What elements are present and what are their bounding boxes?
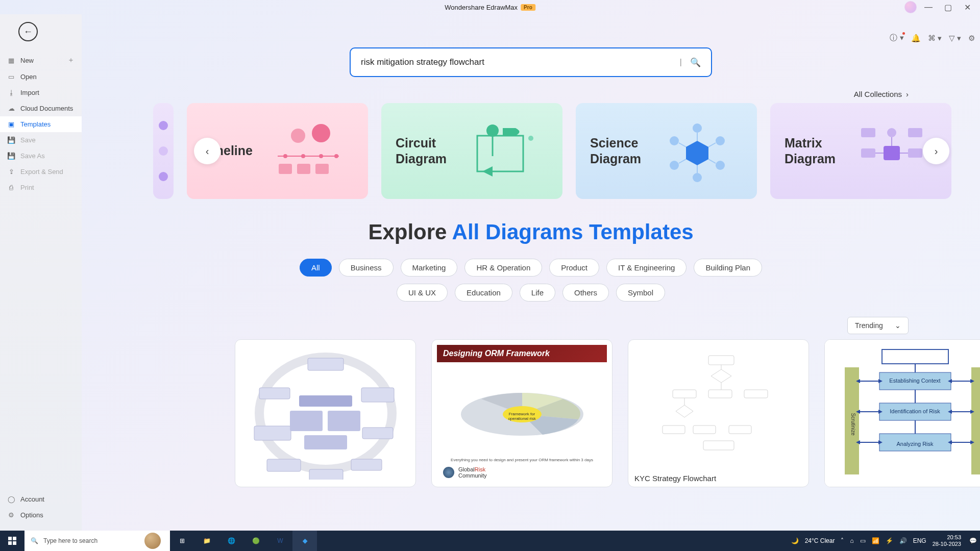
template-card-3[interactable]: KYC Strategy Flowchart — [628, 339, 809, 487]
weather-text[interactable]: 24°C Clear — [805, 537, 835, 544]
battery-icon[interactable]: ⚡ — [886, 537, 893, 544]
template-card-4[interactable]: Establishing Context Identification of R… — [824, 339, 980, 487]
cortana-avatar — [144, 533, 161, 549]
taskbar-search[interactable]: 🔍 Type here to search — [24, 531, 170, 551]
edge-icon[interactable]: 🌐 — [219, 531, 243, 551]
sidebar: ← ▦New＋ ▭Open ⭳Import ☁Cloud Documents ▣… — [0, 14, 82, 531]
templates-icon: ▣ — [7, 120, 15, 128]
chip-all[interactable]: All — [300, 259, 332, 277]
rm-step3: Analyzing Risk — [882, 441, 948, 447]
chip-uiux[interactable]: UI & UX — [397, 284, 448, 302]
all-collections-label: All Collections — [854, 90, 902, 98]
svg-line-27 — [679, 143, 686, 147]
sidebar-saveas: 💾Save As — [0, 148, 82, 164]
card-title: Matrix Diagram — [785, 135, 836, 167]
text-cursor: | — [680, 57, 682, 67]
card-partial-left[interactable] — [153, 103, 174, 199]
chip-product[interactable]: Product — [549, 259, 599, 277]
chrome-icon[interactable]: 🟢 — [243, 531, 268, 551]
sidebar-templates[interactable]: ▣Templates — [0, 116, 82, 132]
help-icon[interactable]: ⓘ ▾ — [890, 33, 903, 43]
svg-rect-94 — [8, 541, 12, 545]
chip-marketing[interactable]: Marketing — [401, 259, 458, 277]
chip-life[interactable]: Life — [520, 284, 555, 302]
sidebar-save: 💾Save — [0, 132, 82, 148]
chip-business[interactable]: Business — [339, 259, 394, 277]
tray-chevron-icon[interactable]: ˄ — [841, 537, 844, 544]
sidebar-open[interactable]: ▭Open — [0, 69, 82, 85]
lang-indicator[interactable]: ENG — [913, 537, 926, 544]
chevron-right-icon: › — [906, 90, 909, 98]
minimize-button[interactable]: — — [921, 2, 936, 12]
filter-chips-row1: All Business Marketing HR & Operation Pr… — [82, 259, 980, 277]
svg-point-14 — [528, 136, 533, 141]
svg-rect-45 — [309, 469, 343, 480]
template-card-2[interactable]: Designing ORM Framework Framew — [431, 339, 612, 487]
category-carousel: ‹ Timeline Circuit Diagram — [82, 103, 980, 199]
wifi-icon[interactable]: 📶 — [872, 537, 879, 544]
chip-it[interactable]: IT & Engineering — [606, 259, 687, 277]
svg-marker-57 — [676, 405, 693, 417]
bell-icon[interactable]: 🔔 — [911, 34, 921, 43]
science-art — [651, 118, 743, 184]
chip-symbol[interactable]: Symbol — [616, 284, 665, 302]
close-button[interactable]: ✕ — [960, 2, 975, 12]
filter-icon[interactable]: ▽ ▾ — [949, 34, 961, 43]
sidebar-account[interactable]: ◯Account — [0, 491, 82, 507]
chip-building[interactable]: Building Plan — [694, 259, 762, 277]
sidebar-export: ⇪Export & Send — [0, 164, 82, 180]
weather-icon[interactable]: 🌙 — [791, 537, 799, 544]
sidebar-item-label: Save As — [20, 152, 45, 160]
svg-rect-30 — [908, 128, 922, 137]
sidebar-item-label: New — [20, 57, 34, 64]
carousel-prev-button[interactable]: ‹ — [194, 138, 220, 164]
back-button[interactable]: ← — [18, 22, 38, 41]
svg-rect-49 — [304, 435, 347, 449]
card-science[interactable]: Science Diagram — [576, 103, 757, 199]
onedrive-icon[interactable]: ⌂ — [850, 537, 853, 544]
notifications-icon[interactable]: 💬 — [969, 537, 977, 544]
svg-point-0 — [291, 129, 305, 143]
chip-hr[interactable]: HR & Operation — [464, 259, 542, 277]
start-button[interactable] — [0, 531, 24, 551]
meet-icon[interactable]: ▭ — [860, 537, 866, 544]
sidebar-item-label: Options — [20, 511, 43, 519]
chip-others[interactable]: Others — [562, 284, 609, 302]
sidebar-cloud[interactable]: ☁Cloud Documents — [0, 101, 82, 116]
svg-rect-55 — [708, 390, 732, 398]
taskbar-clock[interactable]: 20:53 28-10-2023 — [933, 534, 963, 547]
carousel-next-button[interactable]: › — [923, 138, 949, 164]
explorer-icon[interactable]: 📁 — [194, 531, 219, 551]
chip-education[interactable]: Education — [455, 284, 512, 302]
taskbar[interactable]: 🔍 Type here to search ⊞ 📁 🌐 🟢 W ◆ 🌙 24°C… — [0, 531, 980, 551]
volume-icon[interactable]: 🔊 — [899, 537, 907, 544]
sort-dropdown[interactable]: Trending ⌄ — [847, 317, 909, 334]
template-card-1[interactable] — [235, 339, 416, 487]
gear-icon: ⚙ — [7, 511, 15, 519]
pro-badge: Pro — [521, 4, 535, 11]
svg-rect-61 — [703, 441, 734, 450]
avatar[interactable] — [904, 1, 917, 13]
edrawmax-icon[interactable]: ◆ — [292, 531, 317, 551]
sidebar-import[interactable]: ⭳Import — [0, 85, 82, 101]
template-preview — [235, 340, 415, 487]
task-view-icon[interactable]: ⊞ — [170, 531, 194, 551]
svg-point-5 — [319, 154, 323, 158]
sidebar-options[interactable]: ⚙Options — [0, 507, 82, 523]
svg-rect-92 — [8, 537, 12, 540]
sidebar-new[interactable]: ▦New＋ — [0, 52, 82, 69]
all-collections-link[interactable]: All Collections › — [82, 90, 980, 103]
maximize-button[interactable]: ▢ — [940, 2, 955, 12]
grid-icon[interactable]: ⌘ ▾ — [928, 34, 942, 43]
svg-rect-44 — [351, 459, 382, 470]
svg-rect-67 — [882, 349, 948, 364]
svg-rect-33 — [908, 148, 922, 158]
search-input[interactable]: risk mitigation strategy flowchart | 🔍 — [350, 47, 712, 77]
card-circuit[interactable]: Circuit Diagram — [381, 103, 562, 199]
search-icon[interactable]: 🔍 — [690, 57, 701, 68]
sidebar-item-label: Import — [20, 89, 39, 96]
plus-icon[interactable]: ＋ — [67, 56, 75, 65]
gear-icon[interactable]: ⚙ — [968, 34, 975, 43]
svg-rect-47 — [290, 411, 323, 431]
word-icon[interactable]: W — [268, 531, 292, 551]
